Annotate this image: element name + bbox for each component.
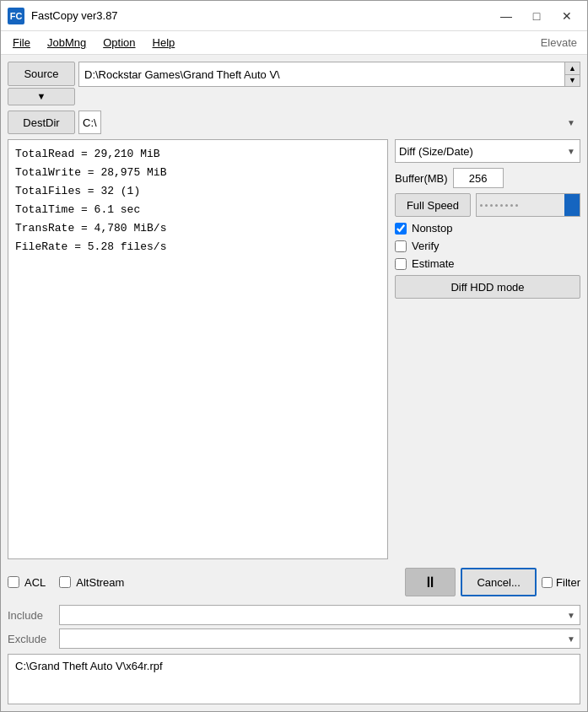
diff-hdd-button[interactable]: Diff HDD mode [395,275,580,299]
acl-label[interactable]: ACL [24,576,46,589]
exclude-label: Exclude [8,633,54,645]
filter-label[interactable]: Filter [556,576,580,589]
exclude-select-wrap [59,628,580,649]
verify-row: Verify [395,240,580,252]
buffer-row: Buffer(MB) [395,168,580,188]
menu-bar: File JobMng Option Help Elevate [1,31,587,55]
main-window: FC FastCopy ver3.87 — □ ✕ File JobMng Op… [0,0,588,712]
source-row: Source ▼ ▲ ▼ [8,62,580,105]
dot-6 [505,204,508,207]
include-select-wrap [59,605,580,625]
stat-line-1: TotalWrite = 28,975 MiB [15,164,380,182]
dot-8 [515,204,518,207]
dot-4 [495,204,498,207]
exclude-row: Exclude [8,628,580,649]
stat-line-2: TotalFiles = 32 (1) [15,182,380,201]
source-path-row: ▲ ▼ [78,62,580,87]
pause-button[interactable]: ⏸ [405,568,456,596]
stats-panel: TotalRead = 29,210 MiB TotalWrite = 28,9… [8,139,388,559]
maximize-button[interactable]: □ [523,6,550,26]
source-button[interactable]: Source [8,62,75,86]
speed-slider[interactable] [476,193,580,217]
destdir-select[interactable]: C:\ [78,111,101,134]
stats-options-row: TotalRead = 29,210 MiB TotalWrite = 28,9… [8,139,580,559]
source-col: Source ▼ [8,62,75,105]
app-icon: FC [8,8,24,24]
buffer-input[interactable] [453,168,504,188]
menu-option[interactable]: Option [94,33,143,52]
verify-label[interactable]: Verify [412,240,440,252]
estimate-row: Estimate [395,257,580,270]
diff-select-wrap: Diff (Size/Date) [395,139,580,163]
log-text: C:\Grand Theft Auto V\x64r.rpf [15,660,163,672]
acl-row: ACL [8,576,46,589]
include-row: Include [8,605,580,625]
stat-line-0: TotalRead = 29,210 MiB [15,145,380,164]
altstream-row: AltStream [59,576,124,589]
altstream-label[interactable]: AltStream [76,576,124,589]
acl-checkbox[interactable] [8,576,19,588]
filter-checkbox[interactable] [542,577,553,588]
altstream-checkbox[interactable] [59,576,71,588]
source-scroll-down[interactable]: ▼ [565,75,580,87]
dot-2 [485,204,488,207]
estimate-checkbox[interactable] [395,258,407,270]
exclude-select[interactable] [59,628,580,649]
destdir-row: DestDir C:\ [8,111,580,134]
source-scroll-up[interactable]: ▲ [565,62,580,75]
dot-5 [500,204,503,207]
source-dropdown[interactable]: ▼ [8,88,75,105]
destdir-button[interactable]: DestDir [8,111,75,134]
speed-row: Full Speed [395,193,580,217]
diff-select[interactable]: Diff (Size/Date) [395,139,580,163]
elevate-button[interactable]: Elevate [534,35,584,51]
minimize-button[interactable]: — [493,6,520,26]
cancel-button[interactable]: Cancel... [461,568,537,596]
estimate-label[interactable]: Estimate [412,257,455,270]
title-bar: FC FastCopy ver3.87 — □ ✕ [1,1,587,31]
options-panel: Diff (Size/Date) Buffer(MB) Full Speed [395,139,580,559]
dot-7 [510,204,513,207]
nonstop-checkbox[interactable] [395,223,407,235]
stat-line-4: TransRate = 4,780 MiB/s [15,219,380,238]
dot-1 [480,204,483,207]
destdir-wrapper: C:\ [78,111,580,134]
source-scroll-buttons: ▲ ▼ [564,62,580,86]
verify-checkbox[interactable] [395,240,407,252]
action-row: ACL AltStream ⏸ Cancel... Filter [8,564,580,600]
close-button[interactable]: ✕ [553,6,580,26]
speed-button[interactable]: Full Speed [395,193,471,217]
stat-line-3: TotalTime = 6.1 sec [15,201,380,219]
include-select[interactable] [59,605,580,625]
include-label: Include [8,609,54,622]
acl-altstream-row: ACL AltStream [8,576,400,589]
filter-wrap: Filter [542,576,580,589]
source-path-input[interactable] [79,62,564,86]
dot-3 [490,204,493,207]
speed-slider-fill [564,194,580,216]
nonstop-label[interactable]: Nonstop [412,222,452,235]
log-area: C:\Grand Theft Auto V\x64r.rpf [8,654,580,704]
buffer-label: Buffer(MB) [395,172,448,185]
include-exclude-section: Include Exclude [8,605,580,649]
content-area: Source ▼ ▲ ▼ DestDir C:\ [1,55,587,711]
menu-help[interactable]: Help [144,33,184,52]
stat-line-5: FileRate = 5.28 files/s [15,238,380,256]
window-title: FastCopy ver3.87 [31,9,493,22]
menu-jobmng[interactable]: JobMng [39,33,94,52]
menu-file[interactable]: File [4,33,39,52]
nonstop-row: Nonstop [395,222,580,235]
window-controls: — □ ✕ [493,6,580,26]
